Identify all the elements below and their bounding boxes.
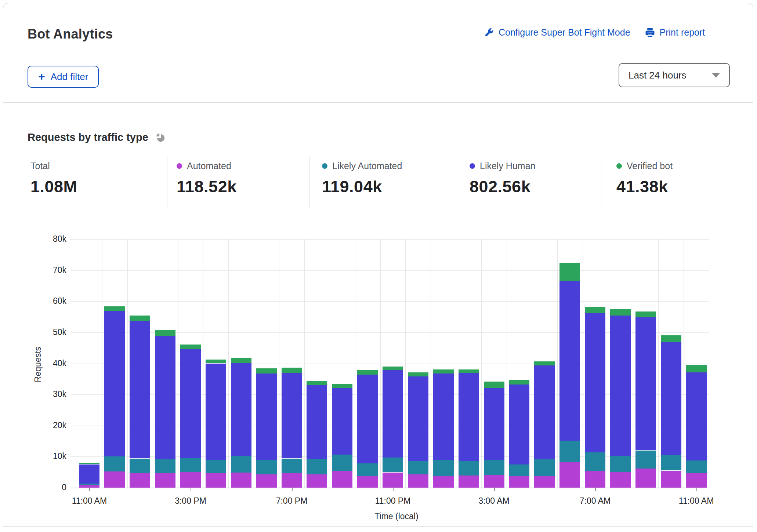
x-gridline [709, 239, 709, 488]
bar-segment-automated [459, 475, 479, 488]
bar-segment-verified-bot [610, 309, 631, 316]
bar-segment-automated [357, 476, 378, 488]
bar-segment-verified-bot [130, 316, 150, 321]
y-gridline [70, 488, 709, 488]
x-axis-title: Time (local) [356, 511, 437, 521]
x-tick [696, 488, 697, 491]
bar-segment-likely-automated [610, 456, 631, 472]
bar-segment-likely-automated [408, 461, 428, 474]
bar-segment-likely-automated [585, 452, 605, 471]
bar-segment-likely-human [104, 311, 125, 457]
x-gridline [178, 239, 178, 488]
x-gridline [330, 239, 330, 488]
bar-segment-automated [610, 472, 631, 488]
bar-segment-likely-human [79, 464, 99, 484]
bar-segment-likely-automated [282, 459, 302, 473]
bar-segment-verified-bot [104, 306, 125, 311]
bar-segment-automated [383, 473, 403, 488]
bar-segment-likely-automated [509, 464, 529, 476]
y-tick-label: 40k [35, 358, 66, 368]
bar-segment-likely-human [357, 375, 378, 463]
bar-segment-likely-human [459, 373, 479, 461]
x-gridline [456, 239, 456, 488]
bar-segment-likely-automated [307, 459, 327, 474]
y-tick-label: 20k [35, 420, 66, 430]
bar-segment-verified-bot [383, 367, 403, 370]
bar-segment-verified-bot [686, 365, 707, 372]
bar-segment-automated [256, 474, 277, 488]
bar-segment-likely-human [559, 281, 580, 441]
bar-segment-likely-automated [256, 460, 277, 474]
bar-segment-automated [104, 471, 125, 488]
bar-segment-likely-human [686, 372, 707, 460]
x-gridline [633, 239, 633, 488]
bar-segment-likely-automated [383, 458, 403, 473]
x-gridline [102, 239, 102, 488]
bar-segment-likely-human [408, 376, 428, 461]
bar-segment-automated [79, 485, 99, 488]
x-gridline [583, 239, 583, 488]
bar-segment-likely-automated [104, 456, 125, 471]
x-tick-label: 11:00 PM [352, 496, 433, 506]
bar-segment-automated [231, 473, 251, 488]
x-gridline [153, 239, 153, 488]
bar-segment-automated [180, 472, 201, 488]
x-tick-label: 11:00 AM [656, 496, 737, 506]
x-tick-label: 3:00 AM [454, 496, 535, 506]
bar-segment-verified-bot [180, 345, 201, 349]
x-gridline [481, 239, 482, 488]
bar-segment-verified-bot [332, 384, 352, 387]
bar-segment-likely-human [332, 388, 352, 455]
bar-segment-likely-human [585, 313, 605, 452]
y-tick-label: 10k [35, 451, 66, 461]
bar-segment-verified-bot [585, 307, 605, 313]
bar-segment-likely-automated [433, 460, 454, 476]
bar-segment-likely-human [307, 385, 327, 459]
bar-segment-likely-human [130, 321, 150, 458]
bar-segment-verified-bot [534, 361, 555, 365]
x-gridline [203, 239, 203, 488]
bar-segment-likely-human [509, 385, 529, 464]
bar-segment-verified-bot [484, 382, 504, 388]
bar-segment-automated [130, 473, 150, 488]
x-tick-label: 7:00 PM [251, 496, 332, 506]
x-gridline [658, 239, 659, 488]
x-gridline [279, 239, 279, 488]
bar-segment-likely-human [661, 342, 681, 455]
x-gridline [127, 239, 128, 488]
bar-segment-likely-automated [180, 458, 201, 472]
bar-segment-likely-automated [686, 460, 707, 473]
bar-segment-likely-automated [661, 455, 681, 470]
bar-segment-likely-automated [130, 459, 150, 473]
y-gridline [70, 301, 709, 302]
bar-segment-likely-automated [332, 455, 352, 471]
y-tick-label: 50k [35, 327, 66, 337]
y-tick-label: 0 [35, 482, 66, 492]
x-tick [89, 488, 90, 491]
bar-segment-likely-human [155, 336, 175, 459]
bar-segment-automated [686, 473, 707, 488]
x-gridline [532, 239, 532, 488]
bar-segment-likely-human [180, 349, 201, 458]
bar-segment-automated [559, 462, 580, 488]
bar-segment-likely-automated [155, 459, 175, 473]
x-gridline [254, 239, 254, 488]
bar-segment-automated [408, 474, 428, 488]
bar-segment-likely-automated [534, 459, 555, 476]
bar-segment-verified-bot [509, 380, 529, 385]
x-tick [191, 488, 191, 491]
bar-segment-verified-bot [155, 330, 175, 336]
bar-segment-likely-human [256, 374, 277, 460]
x-tick-label: 7:00 AM [555, 496, 635, 506]
y-gridline [70, 270, 709, 271]
bar-segment-verified-bot [459, 369, 479, 373]
bar-segment-likely-automated [484, 460, 504, 475]
x-gridline [380, 239, 381, 488]
bar-segment-automated [433, 476, 454, 488]
bar-segment-automated [155, 473, 175, 488]
bar-segment-verified-bot [357, 370, 378, 375]
bar-segment-likely-human [433, 374, 454, 459]
bar-segment-automated [282, 473, 302, 488]
bar-segment-likely-automated [559, 441, 580, 462]
x-gridline [431, 239, 431, 488]
